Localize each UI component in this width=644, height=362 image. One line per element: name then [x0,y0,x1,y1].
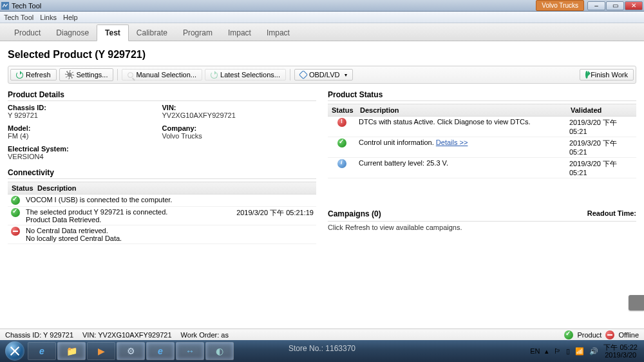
watermark: Store No.: 1163370 [289,344,355,353]
tray-clock[interactable]: 下午 05:22 2019/3/20 [603,343,638,359]
flag-icon [585,71,588,79]
ok-icon [11,196,20,205]
window-titlebar: Tech Tool Volvo Trucks – ▭ ✕ [0,0,644,12]
chassis-value: Y 929721 [8,111,162,119]
row-timestamp: 2019/3/20 下午 05:21:19 [232,208,316,218]
status-vin: VIN: YV2XG10AXFY929721 [82,331,172,339]
refresh-button[interactable]: Refresh [10,69,57,81]
campaigns-hint: Click Refresh to view available campaign… [328,222,636,231]
minimize-button[interactable]: – [587,1,605,10]
tab-test[interactable]: Test [97,24,129,41]
ok-icon [11,208,20,217]
status-chassis: Chassis ID: Y 929721 [5,331,73,339]
search-icon [128,72,133,78]
col-status: Status [8,182,33,194]
menu-techtool[interactable]: Tech Tool [4,14,33,21]
tray-flag-icon[interactable]: 🏳 [554,347,561,355]
tab-program[interactable]: Program [175,25,220,41]
status-row: Control unit information. Details >>2019… [328,137,636,158]
menu-bar: Tech Tool Links Help [0,12,644,23]
link-icon [299,70,308,79]
connectivity-row: VOCOM I (USB) is connected to the comput… [8,195,316,207]
elec-value: VERSION4 [8,153,316,160]
ok-icon [337,138,346,148]
menu-help[interactable]: Help [63,14,78,21]
page-title: Selected Product (Y 929721) [8,49,636,61]
tab-diagnose[interactable]: Diagnose [48,25,97,41]
taskbar-app[interactable]: ◐ [205,342,234,360]
toolbar: Refresh Settings... Manual Selection... … [8,66,636,84]
company-value: Volvo Trucks [162,132,317,140]
taskbar-teamviewer[interactable]: ↔ [176,342,204,360]
btn-label: Finish Work [591,71,628,79]
system-tray[interactable]: EN ▴ 🏳 ▯ 📶 🔊 下午 05:22 2019/3/20 [530,343,641,359]
close-button[interactable]: ✕ [625,1,643,10]
product-status-heading: Product Status [328,90,636,101]
error-icon [337,118,346,127]
tab-calibrate[interactable]: Calibrate [129,25,175,41]
tab-impact2[interactable]: Impact [259,25,298,41]
model-label: Model: [8,124,162,132]
tray-chevron-icon[interactable]: ▴ [545,347,549,356]
btn-label: OBD/LVD [309,71,339,79]
vin-value: YV2XG10AXFY929721 [162,111,317,119]
col-description: Description [356,104,567,116]
connectivity-row: No Central Data retrieved.No locally sto… [8,225,316,244]
history-icon [211,71,218,79]
chassis-label: Chassis ID: [8,104,162,111]
ok-icon [564,330,573,339]
brand-button[interactable]: Volvo Trucks [536,0,584,11]
status-offline: Offline [618,331,639,339]
tray-network-icon[interactable]: 📶 [575,347,584,356]
separator [290,69,290,81]
chevron-down-icon: ▾ [345,72,347,78]
tray-volume-icon[interactable]: 🔊 [589,347,598,356]
windows-orb-icon [5,341,24,361]
taskbar-ie2[interactable]: e [146,342,175,360]
row-description: Current battery level: 25.3 V. [356,159,567,167]
error-icon [11,227,20,236]
app-icon [1,2,9,10]
taskbar-explorer[interactable]: 📁 [57,342,86,360]
campaigns-heading: Campaigns (0) [328,209,381,220]
lang-indicator[interactable]: EN [530,347,540,355]
maximize-button[interactable]: ▭ [606,1,624,10]
taskbar-techtool[interactable]: ⚙ [117,342,145,360]
gear-icon [65,70,74,79]
details-link[interactable]: Details >> [436,138,468,146]
tab-impact1[interactable]: Impact [220,25,259,41]
start-button[interactable] [3,340,27,362]
refresh-icon [16,71,23,79]
row-description: VOCOM I (USB) is connected to the comput… [23,196,232,204]
offline-icon [605,330,614,339]
status-row: Current battery level: 25.3 V.2019/3/20 … [328,158,636,178]
status-header-row: Status Description Validated [328,104,636,117]
manual-selection-button: Manual Selection... [122,69,202,81]
col-description: Description [33,182,316,194]
right-column: Product Status Status Description Valida… [328,90,636,244]
connectivity-heading: Connectivity [8,168,316,179]
windows-taskbar: e 📁 ▶ ⚙ e ↔ ◐ Store No.: 1163370 EN ▴ 🏳 … [0,340,644,362]
side-handle[interactable] [629,295,644,310]
tab-strip: Product Diagnose Test Calibrate Program … [0,23,644,41]
btn-label: Settings... [77,71,108,79]
btn-label: Latest Selections... [220,71,280,79]
finish-work-button[interactable]: Finish Work [580,69,634,81]
status-row: DTCs with status Active. Click Diagnose … [328,117,636,137]
row-validated: 2019/3/20 下午 05:21 [567,159,636,176]
clock-time: 下午 05:22 [603,343,638,351]
row-description: No Central Data retrieved.No locally sto… [23,227,232,242]
taskbar-video[interactable]: ▶ [87,342,115,360]
tray-battery-icon[interactable]: ▯ [566,347,570,356]
settings-button[interactable]: Settings... [59,68,114,81]
status-product: Product [577,331,601,339]
connectivity-header-row: Status Description [8,182,316,195]
company-label: Company: [162,124,317,132]
readout-time-label: Readout Time: [587,209,636,220]
connection-dropdown[interactable]: OBD/LVD▾ [294,69,353,81]
tab-product[interactable]: Product [6,25,48,41]
taskbar-ie[interactable]: e [28,342,56,360]
status-order: Work Order: as [181,331,229,339]
app-status-bar: Chassis ID: Y 929721 VIN: YV2XG10AXFY929… [0,329,644,340]
menu-links[interactable]: Links [40,14,57,21]
